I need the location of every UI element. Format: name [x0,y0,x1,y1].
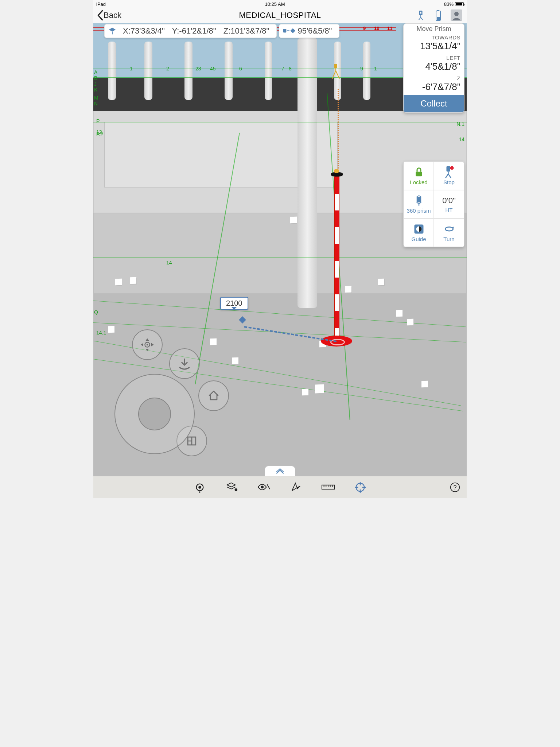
crosshair-icon [355,482,366,493]
pan-button[interactable] [132,329,163,360]
viewport-3d[interactable]: 1 1 2 23P 45 A 7 8 9 10 11 A B J K M N N… [93,23,467,476]
chevron-up-icon [275,468,285,474]
target-tool[interactable] [192,480,207,495]
svg-point-17 [198,486,201,489]
height-value: 0'0" [442,196,455,205]
back-label: Back [104,11,121,20]
back-button[interactable]: Back [96,10,123,20]
home-view-button[interactable] [198,380,229,411]
prism-row-value: 4'5&1/8" [407,61,460,72]
distance-icon [283,27,291,35]
collect-button[interactable]: Collect [404,95,464,112]
pan-icon [139,337,155,353]
grid-label: P [96,118,100,124]
battery-icon [455,2,464,6]
move-prism-title: Move Prism [404,24,464,34]
svg-text:?: ? [453,484,456,491]
help-button[interactable]: ? [448,480,462,495]
prism-row-label: Z [407,75,460,81]
svg-rect-1 [420,11,421,13]
prism-row-value: -6'7&7/8" [407,81,460,93]
prism-ray [338,89,339,173]
grid-label: 1 [130,66,133,71]
grid-label: 14.1 [96,330,106,336]
stop-button[interactable]: Stop [434,162,464,190]
coord-x: X:73'3&3/4" [119,26,168,36]
user-button[interactable] [451,9,462,21]
status-bar: iPad 10:25 AM 83% [93,0,467,7]
svg-rect-4 [437,17,440,20]
grid-label: Q [94,309,98,315]
prism-pole [334,177,339,337]
instrument-tool-grid: Locked Stop 360 prism 0'0" HT Guide [403,161,464,247]
layers-tool[interactable] [225,480,239,495]
lock-label: Locked [410,179,427,185]
grid-label: K [94,87,97,93]
height-label: HT [446,207,453,213]
point-id: 2100 [226,299,242,307]
svg-point-19 [261,486,264,489]
user-icon [451,9,462,21]
joystick-thumb[interactable] [138,398,171,430]
svg-rect-8 [416,171,422,176]
coord-z: Z:101'3&7/8" [220,26,273,36]
lock-icon [413,167,424,178]
battery-icon [436,10,441,21]
expand-panel-button[interactable] [265,466,295,476]
grid-label: N [94,101,98,107]
svg-point-5 [454,12,459,16]
grid-label: 6 [239,66,242,71]
move-down-button[interactable] [169,348,200,379]
distance-value: 95'6&5/8" [294,26,335,36]
grid-red-label: 10 [374,26,379,31]
grid-label: 12 [96,129,102,135]
battery-status-button[interactable] [433,10,443,20]
target-icon [194,482,205,493]
chevron-left-icon [97,10,104,20]
svg-point-15 [147,344,148,345]
joystick[interactable] [114,374,195,454]
point-label[interactable]: 2100 [220,297,248,310]
height-button[interactable]: 0'0" HT [434,190,464,218]
clock: 10:25 AM [106,1,444,7]
total-station-icon [417,10,425,21]
measure-tool[interactable] [321,480,335,495]
measure-icon [321,484,335,491]
grid-label: 2 [166,66,169,71]
prism-row-label: LEFT [407,55,460,61]
home-icon [207,389,220,402]
grid-label: B [94,75,97,81]
select-tool[interactable] [289,480,303,495]
visibility-tool[interactable] [257,480,271,495]
help-icon: ? [450,482,460,493]
xyz-readout[interactable]: X:73'3&3/4" Y:-61'2&1/8" Z:101'3&7/8" [104,24,277,38]
crosshair-tool[interactable] [353,480,368,495]
grid-label: J [94,81,97,87]
turn-button[interactable]: Turn [434,218,464,247]
lock-button[interactable]: Locked [404,162,434,190]
coord-y: Y:-61'2&1/8" [168,26,220,36]
guide-button[interactable]: Guide [404,218,434,247]
grid-label: A [94,69,97,75]
grid-label: 14 [166,260,172,266]
svg-point-10 [450,166,454,170]
prism-row-value: 13'5&1/4" [407,40,460,52]
guide-label: Guide [411,236,426,242]
select-icon [291,482,302,493]
grid-label: M [94,95,98,101]
svg-rect-11 [416,197,421,202]
grid-label: 45 [210,66,216,71]
move-prism-panel: Move Prism TOWARDS 13'5&1/4" LEFT 4'5&1/… [403,23,464,113]
visibility-icon [257,483,271,491]
grid-label: 14 [459,136,464,142]
bottom-toolbar: ? [93,476,467,498]
battery-percent: 83% [444,1,454,7]
instrument-status-button[interactable] [416,10,426,20]
distance-readout[interactable]: 95'6&5/8" [279,24,339,38]
grid-label: 23 [195,66,201,71]
guide-light-icon [413,224,424,235]
view-nav-controls [114,334,235,454]
nav-bar: Back MEDICAL_HOSPITAL [93,7,467,23]
prism-360-icon [413,195,424,206]
prism-type-button[interactable]: 360 prism [404,190,434,218]
